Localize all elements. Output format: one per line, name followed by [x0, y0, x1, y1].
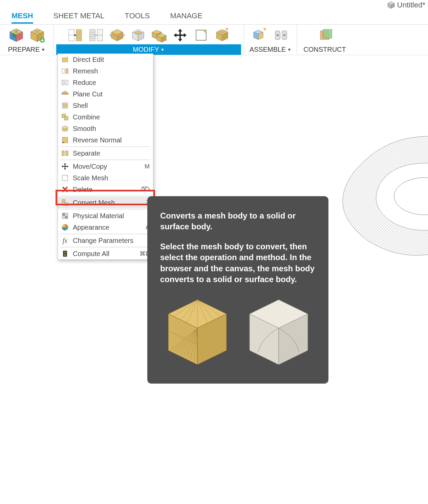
modify-scale-icon[interactable] — [193, 27, 209, 43]
compute-all-icon — [61, 250, 69, 258]
svg-rect-25 — [90, 29, 95, 41]
menu-separator — [61, 234, 150, 234]
menu-separator — [61, 160, 150, 160]
panel-construct: CONSTRUCT — [297, 25, 350, 55]
menu-move-copy[interactable]: Move/Copy M — [58, 161, 153, 172]
caret-down-icon: ▼ — [287, 47, 291, 52]
svg-rect-62 — [62, 58, 68, 62]
svg-rect-75 — [62, 137, 68, 143]
menu-separator — [61, 209, 150, 209]
plane-cut-icon — [61, 90, 69, 98]
menu-change-parameters[interactable]: fx Change Parameters — [58, 235, 153, 246]
menu-separator — [61, 247, 150, 247]
document-cube-icon — [387, 1, 395, 9]
menu-scale-mesh[interactable]: Scale Mesh — [58, 172, 153, 184]
menu-plane-cut[interactable]: Plane Cut — [58, 88, 153, 100]
menu-change-parameters-label: Change Parameters — [73, 237, 150, 245]
svg-rect-35 — [110, 34, 124, 36]
svg-rect-77 — [66, 151, 68, 156]
menu-combine-label: Combine — [73, 113, 150, 121]
modify-remesh-icon[interactable] — [67, 27, 83, 43]
menu-separator — [61, 196, 150, 196]
assemble-joint-icon[interactable] — [273, 27, 289, 43]
menu-physical-material-label: Physical Material — [73, 212, 150, 220]
svg-point-90 — [64, 254, 66, 256]
menu-direct-edit[interactable]: Direct Edit — [58, 54, 153, 65]
menu-delete[interactable]: Delete ⌦ — [58, 184, 153, 195]
menu-combine[interactable]: Combine — [58, 111, 153, 123]
remesh-icon — [61, 67, 69, 75]
panel-modify-text: MODIFY — [133, 46, 159, 53]
menu-delete-shortcut: ⌦ — [141, 186, 150, 193]
tab-sheet-metal[interactable]: SHEET METAL — [53, 12, 105, 24]
menu-shell-label: Shell — [73, 102, 150, 110]
panel-assemble: ASSEMBLE ▼ — [244, 25, 297, 55]
svg-point-89 — [64, 251, 66, 253]
panel-assemble-text: ASSEMBLE — [250, 46, 286, 53]
menu-remesh[interactable]: Remesh — [58, 65, 153, 77]
menu-scale-mesh-label: Scale Mesh — [73, 174, 150, 182]
svg-rect-68 — [62, 93, 68, 94]
prepare-colored-cube-icon[interactable] — [8, 27, 24, 43]
convert-mesh-icon — [61, 199, 69, 207]
svg-rect-65 — [62, 80, 64, 85]
modify-convert-icon[interactable] — [214, 27, 230, 43]
menu-smooth-label: Smooth — [73, 125, 150, 133]
window-title: Untitled* — [397, 1, 425, 9]
svg-rect-83 — [65, 203, 68, 206]
menu-appearance[interactable]: Appearance A — [58, 222, 153, 233]
menu-appearance-label: Appearance — [73, 224, 142, 231]
svg-rect-64 — [66, 69, 68, 73]
menu-shell[interactable]: Shell — [58, 100, 153, 111]
physical-material-icon — [61, 212, 69, 220]
svg-rect-66 — [66, 80, 68, 85]
svg-rect-86 — [65, 216, 68, 219]
panel-construct-label[interactable]: CONSTRUCT — [300, 44, 349, 55]
menu-compute-all[interactable]: Compute All ⌘B — [58, 248, 153, 259]
assemble-new-component-icon[interactable] — [252, 27, 268, 43]
svg-rect-19 — [76, 29, 82, 41]
menu-smooth[interactable]: Smooth — [58, 123, 153, 134]
tab-mesh[interactable]: MESH — [12, 12, 33, 24]
panel-assemble-label[interactable]: ASSEMBLE ▼ — [246, 44, 295, 55]
construct-plane-icon[interactable] — [317, 27, 333, 43]
modify-combine-icon[interactable] — [151, 27, 167, 43]
svg-rect-76 — [62, 151, 64, 156]
svg-marker-61 — [323, 29, 332, 38]
menu-separator — [61, 146, 150, 147]
fx-icon: fx — [61, 236, 69, 245]
menu-move-copy-label: Move/Copy — [73, 163, 141, 170]
svg-rect-63 — [62, 69, 64, 73]
menu-reduce[interactable]: Reduce — [58, 77, 153, 88]
modify-plane-cut-icon[interactable] — [109, 27, 125, 43]
svg-point-74 — [62, 126, 68, 129]
smooth-icon — [61, 124, 69, 133]
menu-reverse-normal-label: Reverse Normal — [73, 136, 150, 144]
menu-reverse-normal[interactable]: Reverse Normal — [58, 134, 153, 146]
svg-rect-72 — [64, 116, 68, 120]
ribbon-toolbar: PREPARE ▼ — [0, 24, 428, 55]
reverse-normal-icon — [61, 136, 69, 144]
menu-physical-material[interactable]: Physical Material — [58, 210, 153, 222]
tab-manage[interactable]: MANAGE — [170, 12, 202, 24]
reduce-icon — [61, 78, 69, 87]
menu-convert-mesh[interactable]: Convert Mesh ⋮ — [58, 197, 153, 208]
panel-prepare-label[interactable]: PREPARE ▼ — [5, 44, 49, 55]
svg-point-113 — [394, 178, 428, 215]
panel-modify: MODIFY ▼ — [53, 25, 244, 55]
modify-move-icon[interactable] — [172, 27, 188, 43]
panel-prepare: PREPARE ▼ — [0, 25, 53, 55]
svg-rect-82 — [62, 200, 65, 203]
tooltip-mesh-cube-icon — [160, 294, 235, 371]
menu-separate[interactable]: Separate — [58, 147, 153, 159]
tab-tools[interactable]: TOOLS — [125, 12, 150, 24]
tooltip-solid-cube-icon — [241, 294, 316, 371]
menu-remesh-label: Remesh — [73, 67, 150, 75]
direct-edit-icon — [61, 55, 69, 64]
appearance-icon — [61, 223, 69, 231]
caret-down-icon: ▼ — [160, 47, 165, 52]
menu-compute-all-label: Compute All — [73, 250, 136, 258]
modify-reduce-icon[interactable] — [88, 27, 104, 43]
modify-shell-icon[interactable] — [130, 27, 146, 43]
prepare-add-cube-icon[interactable] — [29, 27, 45, 43]
